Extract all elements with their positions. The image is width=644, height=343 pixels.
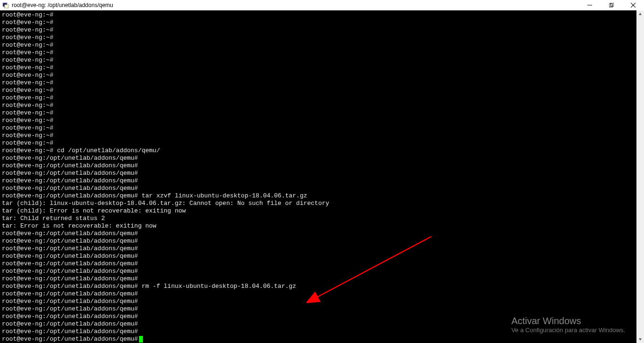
prompt-line: root@eve-ng:/opt/unetlab/addons/qemu#	[2, 328, 635, 335]
prompt-line: root@eve-ng:~#	[2, 19, 635, 26]
prompt-line: root@eve-ng:~#	[2, 117, 635, 124]
command-tar: root@eve-ng:/opt/unetlab/addons/qemu# ta…	[2, 192, 635, 200]
prompt-line: root@eve-ng:/opt/unetlab/addons/qemu#	[2, 230, 635, 237]
vertical-scrollbar[interactable]	[636, 10, 644, 343]
prompt-line: root@eve-ng:~#	[2, 41, 635, 49]
svg-marker-9	[639, 338, 642, 341]
prompt-line: root@eve-ng:~#	[2, 11, 635, 19]
prompt-line: root@eve-ng:~#	[2, 139, 635, 147]
error-output: tar (child): Error is not recoverable: e…	[2, 207, 635, 215]
error-output: tar: Error is not recoverable: exiting n…	[2, 222, 635, 230]
prompt-line: root@eve-ng:/opt/unetlab/addons/qemu#	[2, 170, 635, 177]
error-output: tar: Child returned status 2	[2, 215, 635, 222]
svg-rect-1	[5, 5, 8, 8]
scroll-up-arrow[interactable]	[636, 10, 644, 18]
command-rm: root@eve-ng:/opt/unetlab/addons/qemu# rm…	[2, 283, 635, 290]
prompt-line: root@eve-ng:/opt/unetlab/addons/qemu#	[2, 298, 635, 305]
prompt-line: root@eve-ng:/opt/unetlab/addons/qemu#	[2, 245, 635, 253]
prompt-line: root@eve-ng:/opt/unetlab/addons/qemu#	[2, 320, 635, 328]
prompt-line: root@eve-ng:~#	[2, 72, 635, 79]
prompt-line: root@eve-ng:/opt/unetlab/addons/qemu#	[2, 290, 635, 298]
prompt-line: root@eve-ng:/opt/unetlab/addons/qemu#	[2, 162, 635, 170]
svg-marker-8	[639, 13, 642, 15]
window-title: root@eve-ng: /opt/unetlab/addons/qemu	[12, 2, 113, 8]
prompt-line: root@eve-ng:~#	[2, 132, 635, 139]
prompt-line: root@eve-ng:~#	[2, 64, 635, 72]
close-button[interactable]	[622, 0, 644, 10]
prompt-line: root@eve-ng:/opt/unetlab/addons/qemu#	[2, 313, 635, 320]
terminal-container: root@eve-ng:~#root@eve-ng:~#root@eve-ng:…	[0, 10, 644, 343]
prompt-line: root@eve-ng:~#	[2, 26, 635, 34]
prompt-line: root@eve-ng:~#	[2, 109, 635, 117]
prompt-line: root@eve-ng:/opt/unetlab/addons/qemu#	[2, 237, 635, 245]
prompt-line: root@eve-ng:~#	[2, 87, 635, 94]
prompt-line: root@eve-ng:/opt/unetlab/addons/qemu#	[2, 260, 635, 268]
prompt-line: root@eve-ng:/opt/unetlab/addons/qemu#	[2, 253, 635, 260]
prompt-line: root@eve-ng:/opt/unetlab/addons/qemu#	[2, 275, 635, 283]
command-cd: root@eve-ng:~# cd /opt/unetlab/addons/qe…	[2, 147, 635, 155]
prompt-line: root@eve-ng:~#	[2, 124, 635, 132]
window-titlebar: root@eve-ng: /opt/unetlab/addons/qemu	[0, 0, 644, 10]
prompt-line: root@eve-ng:~#	[2, 34, 635, 41]
prompt-line: root@eve-ng:~#	[2, 79, 635, 87]
maximize-button[interactable]	[601, 0, 622, 10]
prompt-line: root@eve-ng:/opt/unetlab/addons/qemu#	[2, 155, 635, 162]
error-output: tar (child): linux-ubuntu-desktop-18.04.…	[2, 200, 635, 207]
prompt-line: root@eve-ng:~#	[2, 49, 635, 57]
prompt-line: root@eve-ng:~#	[2, 57, 635, 64]
prompt-line: root@eve-ng:~#	[2, 94, 635, 102]
terminal[interactable]: root@eve-ng:~#root@eve-ng:~#root@eve-ng:…	[0, 10, 636, 343]
prompt-line: root@eve-ng:/opt/unetlab/addons/qemu#	[2, 177, 635, 185]
current-prompt-line: root@eve-ng:/opt/unetlab/addons/qemu#	[2, 335, 635, 343]
prompt-line: root@eve-ng:~#	[2, 102, 635, 109]
prompt-line: root@eve-ng:/opt/unetlab/addons/qemu#	[2, 268, 635, 275]
cursor-block	[139, 336, 143, 343]
prompt-line: root@eve-ng:/opt/unetlab/addons/qemu#	[2, 305, 635, 313]
putty-icon	[1, 1, 10, 9]
window-controls	[579, 0, 644, 10]
minimize-button[interactable]	[579, 0, 601, 10]
prompt-line: root@eve-ng:/opt/unetlab/addons/qemu#	[2, 185, 635, 192]
scroll-down-arrow[interactable]	[636, 335, 644, 343]
